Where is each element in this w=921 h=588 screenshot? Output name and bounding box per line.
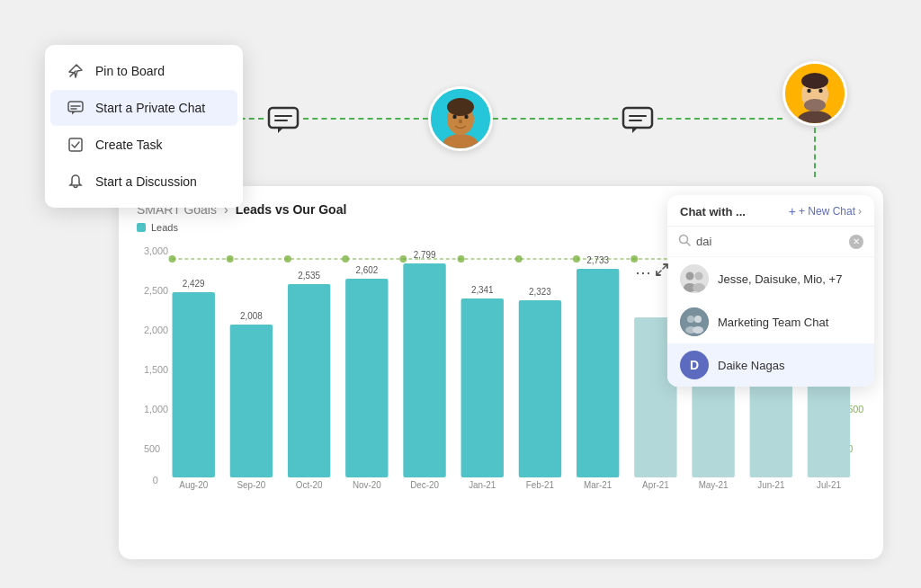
svg-text:Nov-20: Nov-20 [353,480,381,490]
svg-text:2,733: 2,733 [586,255,609,265]
chat-list-item-group1[interactable]: Jesse, Daisuke, Mio, +7 [667,257,874,300]
svg-point-84 [801,73,828,89]
svg-text:3,000: 3,000 [144,245,168,256]
svg-point-103 [687,316,694,323]
dashed-line-3 [493,118,618,120]
daike-initial: D [690,358,699,372]
avatar-man-brown [428,86,493,151]
new-chat-button[interactable]: + + New Chat › [789,204,862,218]
svg-rect-32 [345,279,388,477]
menu-item-pin[interactable]: Pin to Board [50,53,237,89]
svg-point-18 [399,255,407,263]
context-menu: Pin to Board Start a Private Chat Crea [45,45,243,208]
svg-rect-26 [173,292,215,477]
menu-item-private-chat[interactable]: Start a Private Chat [50,90,237,126]
svg-rect-68 [269,108,298,128]
svg-point-76 [464,115,468,119]
svg-rect-78 [623,108,652,128]
svg-text:0: 0 [153,475,158,486]
menu-label-discussion: Start a Discussion [95,174,197,189]
search-clear-button[interactable]: ✕ [849,235,863,249]
svg-text:500: 500 [144,443,160,454]
marketing-avatar [680,307,709,336]
svg-rect-38 [519,300,561,477]
three-dots-button[interactable]: ⋯ [635,263,651,282]
svg-text:2,008: 2,008 [240,311,263,321]
svg-text:2,429: 2,429 [183,279,205,289]
dashed-line-2 [303,118,428,120]
new-chat-plus: + [789,204,796,218]
chat-bubble-icon-2 [618,99,657,138]
svg-text:Mar-21: Mar-21 [584,480,613,490]
svg-point-101 [693,283,705,292]
svg-text:2,341: 2,341 [471,285,494,295]
svg-point-21 [573,255,580,263]
svg-point-87 [818,88,822,92]
chat-search-area: dai ✕ [667,227,874,257]
chat-bubble-icon-1 [264,99,303,138]
svg-text:1,000: 1,000 [144,404,168,414]
svg-text:Oct-20: Oct-20 [296,480,323,490]
new-chat-label: + New Chat [799,205,855,218]
svg-text:1,500: 1,500 [144,364,168,375]
group1-name: Jesse, Daisuke, Mio, +7 [718,272,842,286]
chart-title: Leads vs Our Goal [236,202,347,217]
chat-panel-title: Chat with ... [680,205,746,218]
expand-icon[interactable] [655,263,669,280]
svg-rect-92 [69,138,82,151]
search-input-value[interactable]: dai [696,235,844,248]
pin-icon [67,62,85,80]
svg-text:2,535: 2,535 [298,271,320,281]
svg-point-104 [694,316,702,323]
menu-label-private-chat: Start a Private Chat [95,101,205,115]
svg-point-16 [284,255,291,263]
avatar-man-beard-container [782,61,847,177]
svg-text:Jul-21: Jul-21 [817,480,841,490]
svg-point-86 [807,88,810,92]
svg-text:Jan-21: Jan-21 [469,480,496,490]
chat-panel: Chat with ... + + New Chat › dai ✕ [667,195,874,387]
svg-line-96 [687,243,691,246]
svg-rect-40 [577,269,619,477]
chat-list-item-marketing[interactable]: Marketing Team Chat [667,300,874,343]
legend-dot-leads [137,223,146,232]
svg-rect-34 [403,263,445,477]
menu-item-create-task[interactable]: Create Task [50,127,237,163]
svg-rect-28 [230,325,273,477]
svg-point-15 [227,255,234,263]
group1-avatar [680,264,709,293]
svg-point-77 [459,120,462,124]
vertical-dashed-line [814,128,816,177]
svg-text:May-21: May-21 [699,480,729,490]
marketing-name: Marketing Team Chat [718,316,828,329]
chat-panel-header: Chat with ... + + New Chat › [667,195,874,227]
svg-text:2,500: 2,500 [144,285,168,296]
svg-text:Aug-20: Aug-20 [179,480,208,490]
search-icon [678,234,691,249]
bell-icon [67,173,85,191]
svg-rect-30 [288,284,330,477]
svg-point-74 [447,98,474,116]
svg-point-14 [169,255,176,263]
new-chat-arrow: › [858,205,862,218]
svg-text:2,000: 2,000 [144,325,168,335]
task-icon [67,136,85,154]
svg-point-17 [342,255,349,263]
daike-name: Daike Nagas [718,359,784,372]
daike-avatar: D [680,351,709,379]
svg-point-19 [458,255,465,263]
svg-point-98 [686,272,694,281]
chat-list-item-daike[interactable]: D Daike Nagas [667,343,874,387]
svg-text:Dec-20: Dec-20 [410,480,439,490]
menu-item-discussion[interactable]: Start a Discussion [50,164,237,200]
menu-label-pin: Pin to Board [95,64,165,78]
svg-text:2,323: 2,323 [529,287,551,297]
svg-point-22 [630,255,638,263]
svg-point-85 [804,99,826,111]
svg-point-75 [452,115,456,119]
svg-point-20 [515,255,523,263]
svg-text:2,799: 2,799 [414,250,436,260]
svg-point-99 [695,272,703,281]
svg-rect-36 [461,298,504,477]
menu-label-create-task: Create Task [95,138,162,152]
